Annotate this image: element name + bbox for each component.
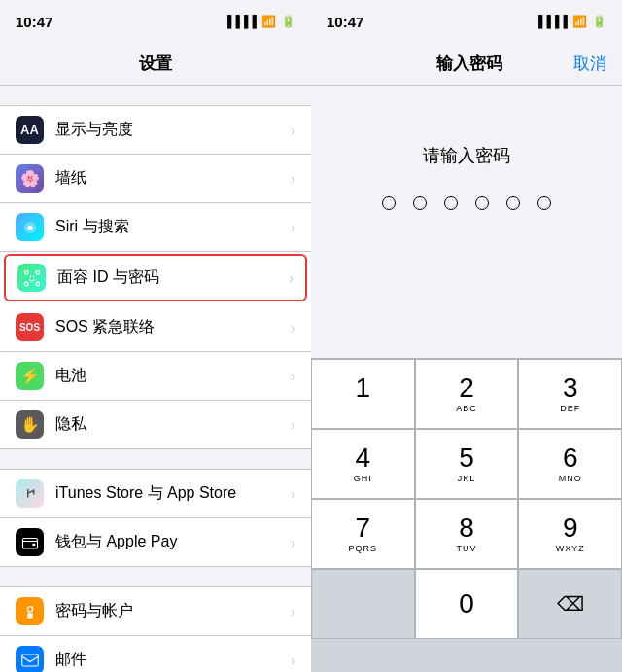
key-4[interactable]: 4 GHI	[311, 429, 415, 499]
settings-item-privacy[interactable]: ✋ 隐私 ›	[0, 401, 311, 448]
svg-rect-7	[32, 543, 35, 545]
wifi-icon: 📶	[261, 15, 276, 28]
right-panel: 10:47 ▐▐▐▐ 📶 🔋 输入密码 取消 请输入密码 1	[311, 0, 622, 672]
battery-icon-status: 🔋	[281, 15, 295, 28]
signal-icon: ▐▐▐▐	[224, 15, 257, 28]
chevron-siri: ›	[291, 220, 295, 235]
numpad-row-4: 0 ⌫	[311, 569, 622, 639]
signal-icon-right: ▐▐▐▐	[535, 15, 568, 28]
time-left: 10:47	[16, 14, 52, 30]
backspace-icon: ⌫	[557, 592, 584, 616]
chevron-password: ›	[291, 604, 295, 619]
sos-label: SOS 紧急联络	[55, 317, 291, 337]
itunes-icon	[16, 479, 44, 508]
dot-2	[413, 196, 427, 210]
wallpaper-label: 墙纸	[55, 168, 291, 189]
sos-icon: SOS	[16, 313, 44, 341]
settings-item-faceid[interactable]: 面容 ID 与密码 ›	[4, 254, 307, 301]
svg-rect-5	[21, 485, 39, 503]
wallet-label: 钱包与 Apple Pay	[55, 532, 291, 552]
settings-item-wallet[interactable]: 钱包与 Apple Pay ›	[0, 518, 311, 566]
settings-item-sos[interactable]: SOS SOS 紧急联络 ›	[0, 303, 311, 352]
status-bar-left: 10:47 ▐▐▐▐ 📶 🔋	[0, 0, 311, 43]
password-icon	[16, 597, 44, 625]
nav-header-right: 输入密码 取消	[311, 43, 622, 86]
mail-label: 邮件	[55, 650, 291, 670]
key-8[interactable]: 8 TUV	[415, 499, 519, 569]
nav-header-left: 设置	[0, 43, 311, 86]
privacy-icon: ✋	[16, 410, 44, 439]
chevron-mail: ›	[291, 653, 295, 668]
faceid-icon	[17, 264, 46, 292]
settings-list[interactable]: AA 显示与亮度 › 🌸 墙纸 › Siri 与搜索 ›	[0, 86, 311, 672]
siri-icon	[16, 213, 44, 241]
time-right: 10:47	[327, 14, 363, 30]
display-icon: AA	[16, 116, 44, 144]
chevron-itunes: ›	[291, 486, 295, 502]
settings-item-display[interactable]: AA 显示与亮度 ›	[0, 106, 311, 155]
svg-point-8	[27, 606, 32, 611]
key-backspace[interactable]: ⌫	[518, 569, 622, 639]
numpad-row-2: 4 GHI 5 JKL 6 MNO	[311, 429, 622, 499]
privacy-label: 隐私	[55, 414, 291, 435]
cancel-button[interactable]: 取消	[573, 53, 606, 75]
mail-icon	[16, 646, 44, 672]
key-1[interactable]: 1	[311, 359, 415, 429]
settings-item-siri[interactable]: Siri 与搜索 ›	[0, 203, 311, 252]
svg-rect-2	[36, 270, 39, 273]
key-5[interactable]: 5 JKL	[415, 429, 519, 499]
passcode-prompt: 请输入密码	[423, 144, 510, 167]
password-label: 密码与帐户	[55, 601, 291, 621]
dot-6	[537, 196, 551, 210]
chevron-faceid: ›	[289, 270, 294, 286]
dot-3	[444, 196, 458, 210]
wallet-icon	[16, 528, 44, 556]
chevron-wallet: ›	[291, 535, 295, 550]
key-3[interactable]: 3 DEF	[518, 359, 622, 429]
left-panel: 10:47 ▐▐▐▐ 📶 🔋 设置 AA 显示与亮度 › 🌸 墙纸 ›	[0, 0, 311, 672]
faceid-label: 面容 ID 与密码	[57, 267, 289, 288]
wifi-icon-right: 📶	[572, 15, 587, 28]
svg-rect-3	[24, 282, 27, 285]
siri-label: Siri 与搜索	[55, 217, 291, 237]
settings-group-3: 密码与帐户 › 邮件 › 通讯录 › 日	[0, 586, 311, 672]
settings-group-1: AA 显示与亮度 › 🌸 墙纸 › Siri 与搜索 ›	[0, 105, 311, 449]
svg-rect-1	[24, 270, 27, 273]
itunes-label: iTunes Store 与 App Store	[55, 483, 291, 504]
settings-item-itunes[interactable]: iTunes Store 与 App Store ›	[0, 470, 311, 518]
passcode-title: 输入密码	[365, 53, 573, 75]
status-icons-right: ▐▐▐▐ 📶 🔋	[535, 15, 606, 28]
key-2[interactable]: 2 ABC	[415, 359, 519, 429]
settings-group-2: iTunes Store 与 App Store › 钱包与 Apple Pay…	[0, 469, 311, 567]
key-7[interactable]: 7 PQRS	[311, 499, 415, 569]
numpad-row-1: 1 2 ABC 3 DEF	[311, 359, 622, 429]
status-bar-right: 10:47 ▐▐▐▐ 📶 🔋	[311, 0, 622, 43]
dot-5	[506, 196, 520, 210]
battery-icon: ⚡	[16, 362, 44, 390]
chevron-display: ›	[291, 123, 295, 138]
key-0[interactable]: 0	[415, 569, 519, 639]
key-9[interactable]: 9 WXYZ	[518, 499, 622, 569]
wallpaper-icon: 🌸	[16, 164, 44, 193]
svg-rect-9	[27, 613, 32, 618]
settings-item-password[interactable]: 密码与帐户 ›	[0, 587, 311, 636]
battery-label: 电池	[55, 366, 291, 386]
settings-item-battery[interactable]: ⚡ 电池 ›	[0, 352, 311, 401]
dot-4	[475, 196, 489, 210]
settings-title: 设置	[139, 53, 172, 75]
battery-icon-right: 🔋	[592, 15, 606, 28]
numpad: 1 2 ABC 3 DEF 4 GHI 5 JKL 6	[311, 358, 622, 672]
chevron-privacy: ›	[291, 417, 295, 433]
passcode-dots	[382, 196, 551, 210]
settings-item-mail[interactable]: 邮件 ›	[0, 636, 311, 672]
chevron-wallpaper: ›	[291, 171, 295, 187]
status-icons-left: ▐▐▐▐ 📶 🔋	[224, 15, 295, 28]
svg-rect-6	[22, 538, 37, 548]
key-empty	[311, 569, 415, 639]
dot-1	[382, 196, 396, 210]
bottom-safe-area	[311, 639, 622, 672]
svg-rect-10	[21, 654, 38, 666]
settings-item-wallpaper[interactable]: 🌸 墙纸 ›	[0, 155, 311, 203]
numpad-row-3: 7 PQRS 8 TUV 9 WXYZ	[311, 499, 622, 569]
key-6[interactable]: 6 MNO	[518, 429, 622, 499]
